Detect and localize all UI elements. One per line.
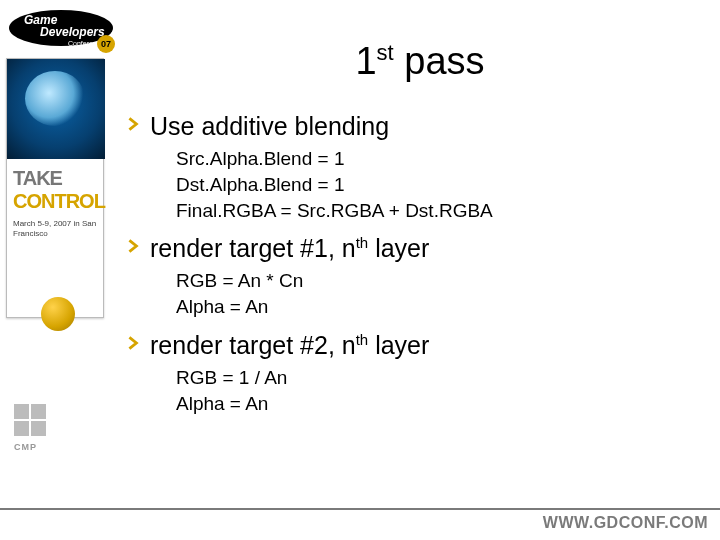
sub-line: RGB = An * Cn bbox=[176, 268, 720, 294]
chevron-right-icon bbox=[128, 233, 150, 257]
bullet-item: Use additive blending bbox=[128, 111, 720, 142]
sub-line: RGB = 1 / An bbox=[176, 365, 720, 391]
bullet-label: render target #2, nth layer bbox=[150, 330, 429, 361]
cmp-text: CMP bbox=[14, 442, 37, 452]
take-control-logo: TAKE CONTROL bbox=[7, 159, 103, 217]
globe-icon bbox=[7, 59, 105, 159]
bullet-sublist: RGB = 1 / An Alpha = An bbox=[176, 365, 720, 416]
bullet-item: render target #1, nth layer bbox=[128, 233, 720, 264]
bullet-list: Use additive blending Src.Alpha.Blend = … bbox=[128, 111, 720, 416]
badge-date: March 5-9, 2007 in San Francisco bbox=[7, 217, 103, 238]
footer-divider bbox=[0, 508, 720, 510]
title-rest: pass bbox=[394, 40, 485, 82]
cmp-logo-icon bbox=[14, 404, 50, 440]
bullet-sublist: Src.Alpha.Blend = 1 Dst.Alpha.Blend = 1 … bbox=[176, 146, 720, 223]
sub-line: Dst.Alpha.Blend = 1 bbox=[176, 172, 720, 198]
sub-line: Alpha = An bbox=[176, 391, 720, 417]
bullet-label: render target #1, nth layer bbox=[150, 233, 429, 264]
slide-title: 1st pass bbox=[120, 40, 720, 83]
bullet-sublist: RGB = An * Cn Alpha = An bbox=[176, 268, 720, 319]
footer-url: WWW.GDCONF.COM bbox=[543, 514, 708, 532]
slide-content: 1st pass Use additive blending Src.Alpha… bbox=[120, 0, 720, 480]
sidebar: Game Developers Conference 07 TAKE CONTR… bbox=[0, 0, 110, 470]
title-ordinal: st bbox=[377, 40, 394, 65]
sub-line: Src.Alpha.Blend = 1 bbox=[176, 146, 720, 172]
bullet-label: Use additive blending bbox=[150, 111, 389, 142]
take-word: TAKE bbox=[13, 167, 97, 190]
sub-line: Alpha = An bbox=[176, 294, 720, 320]
sub-line: Final.RGBA = Src.RGBA + Dst.RGBA bbox=[176, 198, 720, 224]
badge-ball-icon bbox=[41, 297, 75, 331]
svg-text:07: 07 bbox=[101, 39, 111, 49]
chevron-right-icon bbox=[128, 330, 150, 354]
bullet-item: render target #2, nth layer bbox=[128, 330, 720, 361]
svg-text:Developers: Developers bbox=[40, 25, 105, 39]
badge-card: TAKE CONTROL March 5-9, 2007 in San Fran… bbox=[6, 58, 104, 318]
chevron-right-icon bbox=[128, 111, 150, 135]
gdc-logo: Game Developers Conference 07 bbox=[6, 6, 116, 54]
control-word: CONTROL bbox=[13, 190, 97, 213]
title-prefix: 1 bbox=[355, 40, 376, 82]
